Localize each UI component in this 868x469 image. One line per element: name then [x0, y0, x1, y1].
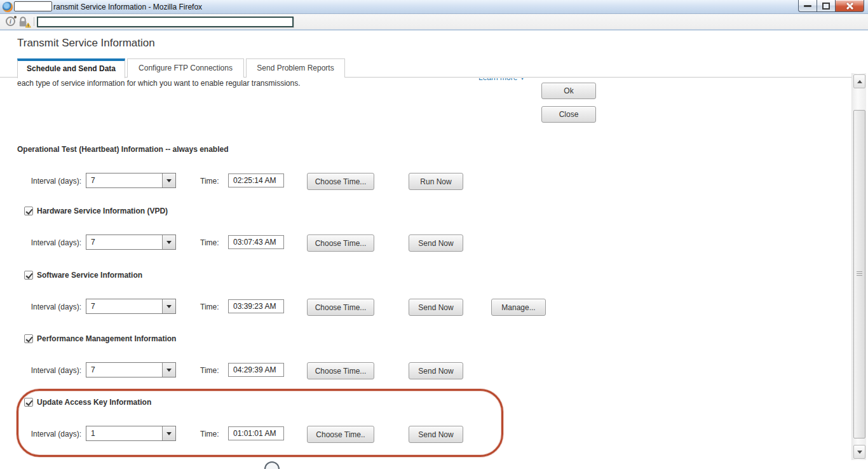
- section-checkbox[interactable]: [24, 398, 33, 407]
- learn-more-link[interactable]: Learn more▾: [478, 78, 524, 82]
- chevron-down-icon: [857, 451, 862, 454]
- titlebar: ransmit Service Information - Mozilla Fi…: [0, 0, 868, 14]
- interval-dropdown[interactable]: 7: [86, 234, 176, 250]
- section-checkbox[interactable]: [24, 271, 33, 280]
- interval-value: 7: [91, 238, 95, 247]
- section-operational-test: Operational Test (Heartbeat) Information…: [0, 144, 851, 194]
- section-header: Hardware Service Information (VPD): [37, 207, 168, 215]
- section-header: Performance Management Information: [37, 334, 176, 343]
- section-header: Update Access Key Information: [37, 398, 151, 407]
- tab-bar: Schedule and Send Data Configure FTP Con…: [0, 58, 851, 78]
- section-performance-management: Performance Management Information Inter…: [0, 334, 851, 383]
- chevron-down-icon: [166, 369, 172, 372]
- section-header: Software Service Information: [37, 271, 142, 280]
- time-input[interactable]: [228, 426, 284, 440]
- chevron-down-icon: [166, 241, 172, 244]
- lock-warning-icon[interactable]: [18, 16, 32, 28]
- info-dot-icon: [14, 16, 17, 18]
- tab-send-problem-reports[interactable]: Send Problem Reports: [246, 58, 345, 78]
- section-update-access-key: Update Access Key Information Interval (…: [0, 397, 851, 447]
- intro-text: each type of service information for whi…: [17, 79, 301, 88]
- time-label: Time:: [200, 238, 219, 247]
- restore-icon: [822, 3, 830, 10]
- manage-button[interactable]: Manage...: [491, 299, 546, 316]
- chevron-up-icon: [857, 80, 862, 83]
- time-label: Time:: [200, 430, 219, 438]
- time-label: Time:: [200, 366, 219, 375]
- close-button[interactable]: Close: [541, 106, 596, 123]
- chevron-down-icon: [166, 432, 172, 435]
- choose-time-button[interactable]: Choose Time...: [307, 234, 374, 252]
- interval-label: Interval (days):: [0, 177, 81, 186]
- dropdown-arrow-button[interactable]: [162, 235, 175, 249]
- chevron-down-icon: ▾: [520, 78, 524, 81]
- send-now-button[interactable]: Send Now: [409, 362, 463, 379]
- schedule-row: Interval (days): 7 Time: Choose Time... …: [0, 362, 851, 380]
- close-icon: [846, 2, 854, 10]
- interval-dropdown[interactable]: 7: [86, 173, 176, 188]
- toolbar-separator: [34, 17, 34, 26]
- scrollbar-grip-icon: [857, 271, 862, 277]
- window-title: ransmit Service Information - Mozilla Fi…: [53, 3, 202, 11]
- time-label: Time:: [200, 302, 219, 311]
- address-bar[interactable]: [37, 17, 294, 27]
- time-input[interactable]: [228, 299, 284, 313]
- firefox-icon[interactable]: [3, 2, 13, 12]
- schedule-panel: each type of service information for whi…: [0, 78, 851, 469]
- browser-toolbar: i: [0, 14, 868, 31]
- title-redaction-box: [14, 1, 52, 11]
- interval-label: Interval (days):: [0, 302, 81, 311]
- section-checkbox[interactable]: [24, 207, 33, 215]
- chevron-down-icon: [166, 179, 172, 182]
- time-label: Time:: [200, 177, 219, 186]
- run-now-button[interactable]: Run Now: [409, 173, 463, 190]
- schedule-row: Interval (days): 1 Time: Choose Time.. S…: [0, 426, 851, 444]
- choose-time-button[interactable]: Choose Time..: [307, 426, 374, 443]
- interval-label: Interval (days):: [0, 430, 81, 438]
- scrollbar-thumb[interactable]: [853, 110, 865, 438]
- section-header: Operational Test (Heartbeat) Information…: [17, 145, 229, 154]
- ok-button[interactable]: Ok: [541, 83, 596, 99]
- interval-dropdown[interactable]: 1: [86, 426, 176, 441]
- interval-value: 7: [91, 176, 95, 185]
- dropdown-arrow-button[interactable]: [162, 426, 175, 440]
- schedule-row: Interval (days): 7 Time: Choose Time... …: [0, 234, 851, 252]
- choose-time-button[interactable]: Choose Time...: [307, 299, 374, 316]
- learn-more-label: Learn more: [478, 78, 517, 82]
- send-now-button[interactable]: Send Now: [409, 299, 463, 316]
- page-title: Transmit Service Information: [17, 37, 155, 50]
- interval-dropdown[interactable]: 7: [86, 362, 176, 377]
- dropdown-arrow-button[interactable]: [162, 299, 175, 313]
- section-hardware-service: Hardware Service Information (VPD) Inter…: [0, 206, 851, 255]
- tab-configure-ftp-connections[interactable]: Configure FTP Connections: [127, 58, 244, 78]
- interval-value: 7: [91, 365, 95, 374]
- vertical-scrollbar[interactable]: [851, 73, 866, 460]
- tab-schedule-and-send-data[interactable]: Schedule and Send Data: [17, 58, 125, 78]
- interval-label: Interval (days):: [0, 238, 81, 247]
- choose-time-button[interactable]: Choose Time...: [307, 362, 374, 379]
- interval-value: 1: [91, 429, 95, 438]
- section-software-service: Software Service Information Interval (d…: [0, 270, 851, 320]
- send-now-button[interactable]: Send Now: [409, 234, 463, 252]
- close-window-button[interactable]: [835, 0, 864, 12]
- scroll-up-button[interactable]: [853, 74, 865, 88]
- time-input[interactable]: [228, 173, 284, 187]
- interval-value: 7: [91, 302, 95, 311]
- chevron-down-icon: [166, 305, 172, 308]
- minimize-button[interactable]: [798, 0, 817, 12]
- interval-dropdown[interactable]: 7: [86, 299, 176, 314]
- window-controls: [798, 0, 864, 13]
- restore-button[interactable]: [817, 0, 835, 12]
- section-checkbox[interactable]: [24, 334, 33, 343]
- time-input[interactable]: [228, 235, 284, 249]
- dropdown-arrow-button[interactable]: [162, 173, 175, 187]
- minimize-icon: [804, 5, 811, 7]
- time-input[interactable]: [228, 363, 284, 377]
- scroll-down-button[interactable]: [853, 445, 865, 459]
- schedule-row: Interval (days): 7 Time: Choose Time... …: [0, 173, 851, 191]
- choose-time-button[interactable]: Choose Time...: [307, 173, 374, 190]
- send-now-button[interactable]: Send Now: [409, 426, 463, 443]
- schedule-row: Interval (days): 7 Time: Choose Time... …: [0, 299, 851, 316]
- dropdown-arrow-button[interactable]: [162, 363, 175, 377]
- interval-label: Interval (days):: [0, 366, 81, 375]
